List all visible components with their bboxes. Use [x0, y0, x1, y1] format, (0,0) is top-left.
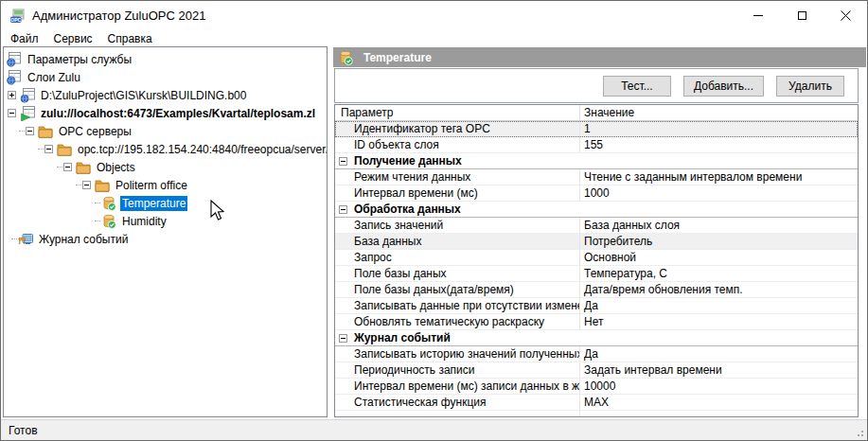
grid-row-opc-tag-id[interactable]: Идентификатор тега OPC 1 — [335, 121, 858, 137]
tree-connector — [19, 131, 25, 132]
grid-row-db-field-datetime[interactable]: Поле базы даных(дата/время) Дата/время о… — [335, 282, 858, 298]
grid-row-write-history[interactable]: Записывать историю значений полученных д… — [335, 346, 858, 362]
param-value[interactable]: 1000 — [580, 185, 858, 201]
param-name: Периодичность записи — [335, 362, 580, 378]
menu-file[interactable]: Файл — [3, 31, 46, 46]
collapse-icon[interactable] — [339, 157, 347, 166]
grid-group-event-journal[interactable]: Журнал событий — [335, 330, 858, 346]
tree-item-humidity[interactable]: Humidity — [4, 212, 327, 230]
param-value[interactable]: Нет — [580, 314, 858, 329]
group-label: Получение данных — [354, 154, 462, 168]
param-value[interactable]: 1 — [580, 121, 858, 136]
delete-button[interactable]: Удалить — [776, 76, 844, 97]
tree-item-label: OPC серверы — [57, 124, 133, 139]
grid-row-time-interval[interactable]: Интервал времени (мс) 1000 — [335, 185, 858, 202]
collapse-icon[interactable] — [339, 334, 347, 343]
minimize-button[interactable] — [736, 1, 780, 30]
tree-item-label: Журнал событий — [37, 232, 130, 247]
tree-item-service-params[interactable]: Параметры службы — [4, 50, 327, 68]
param-value[interactable]: База данных слоя — [580, 218, 858, 233]
tree-connector — [95, 203, 100, 203]
param-name: Режим чтения данных — [335, 169, 580, 185]
tree-item-objects[interactable]: Objects — [4, 158, 327, 176]
expand-icon[interactable] — [8, 91, 16, 99]
param-name: Обновлять тематическую раскраску — [335, 314, 580, 329]
folder-icon — [38, 124, 53, 139]
tree-item-label: Objects — [95, 160, 137, 175]
close-icon — [841, 10, 851, 21]
add-button[interactable]: Добавить... — [683, 76, 764, 97]
button-panel: Тест... Добавить... Удалить — [334, 68, 859, 103]
tree-item-label: Politerm office — [114, 178, 189, 193]
tree-item-politerm-office[interactable]: Politerm office — [4, 176, 327, 194]
grid-row-db-field[interactable]: Поле базы даных Температура, С — [335, 266, 858, 282]
grid-row-layer-object-id[interactable]: ID объекта слоя 155 — [335, 137, 858, 153]
status-text: Готов — [9, 424, 38, 437]
menu-help[interactable]: Справка — [100, 31, 160, 46]
tree-panel[interactable]: Параметры службы Слои Zulu — [3, 46, 328, 417]
grid-header-parameter[interactable]: Параметр — [335, 105, 580, 120]
collapse-icon[interactable] — [8, 109, 16, 117]
param-name: База данных — [335, 234, 580, 249]
layer-play-icon — [20, 106, 35, 121]
grid-row-write-on-no-change[interactable]: Записывать данные при отсутствии изменен… — [335, 298, 858, 314]
detail-panel: Temperature Тест... Добавить... Удалить … — [333, 46, 866, 417]
grid-row-journal-interval[interactable]: Интервал времени (мс) записи данных в жу… — [335, 379, 858, 395]
title-bar[interactable]: OPC Администратор ZuluOPC 2021 — [1, 1, 867, 30]
collapse-icon[interactable] — [82, 181, 91, 189]
collapse-icon[interactable] — [44, 145, 53, 153]
close-button[interactable] — [824, 1, 867, 30]
grid-row-update-thematic[interactable]: Обновлять тематическую раскраску Нет — [335, 314, 858, 330]
mouse-cursor-icon — [210, 200, 226, 222]
param-value[interactable]: Потребитель — [580, 234, 858, 249]
collapse-icon[interactable] — [339, 205, 347, 214]
grid-header-row: Параметр Значение — [335, 105, 858, 121]
opc-tag-icon — [101, 196, 116, 211]
folder-icon — [95, 178, 110, 193]
minimize-icon — [753, 15, 763, 16]
param-value[interactable]: Задать интервал времени — [580, 362, 858, 378]
param-name: Запись значений — [335, 218, 580, 233]
grid-row-query[interactable]: Запрос Основной — [335, 250, 858, 266]
grid-group-data-processing[interactable]: Обработка данных — [335, 202, 858, 218]
param-value[interactable]: 10000 — [580, 379, 858, 394]
tree-item-building-layer[interactable]: D:\ZuluProject\GIS\Kursk\BUILDING.b00 — [4, 86, 327, 104]
param-name: Идентификатор тега OPC — [335, 121, 580, 136]
param-value[interactable]: Дата/время обновления темп. — [580, 282, 858, 297]
property-grid[interactable]: Параметр Значение Идентификатор тега OPC… — [334, 104, 859, 417]
param-name: ID объекта слоя — [335, 137, 580, 152]
test-button[interactable]: Тест... — [603, 76, 671, 97]
tree-item-zulu-layers[interactable]: Слои Zulu — [4, 68, 327, 86]
event-journal-icon — [18, 232, 33, 247]
collapse-icon[interactable] — [26, 127, 34, 135]
window-title: Администратор ZuluOPC 2021 — [32, 9, 205, 23]
tree-item-event-journal[interactable]: Журнал событий — [4, 230, 327, 248]
param-value[interactable]: 155 — [580, 137, 858, 152]
tree-item-opc-servers[interactable]: OPC серверы — [4, 122, 327, 140]
tree-item-teplosam-layer[interactable]: zulu://localhost:6473/Examples/Kvartal/t… — [4, 104, 327, 122]
param-value[interactable]: Основной — [580, 250, 858, 265]
param-value[interactable]: Да — [580, 346, 858, 362]
grid-row-write-values[interactable]: Запись значений База данных слоя — [335, 218, 858, 234]
grid-group-data-acquisition[interactable]: Получение данных — [335, 153, 858, 169]
param-value[interactable]: Температура, С — [580, 266, 858, 281]
param-value[interactable]: Чтение с заданным интервалом времени — [580, 169, 858, 185]
detail-header: Temperature — [333, 47, 866, 67]
collapse-icon[interactable] — [63, 163, 72, 171]
tree-connector — [11, 238, 17, 239]
menu-service[interactable]: Сервис — [46, 31, 100, 46]
grid-row-write-periodicity[interactable]: Периодичность записи Задать интервал вре… — [335, 362, 858, 379]
maximize-button[interactable] — [780, 1, 824, 30]
param-value[interactable]: MAX — [580, 395, 858, 410]
param-value[interactable]: Да — [580, 298, 858, 313]
tree-item-opc-server-url[interactable]: opc.tcp://195.182.154.240:4840/freeopcua… — [4, 140, 327, 158]
tree-item-temperature[interactable]: Temperature — [4, 194, 327, 212]
grid-row-statistic-function[interactable]: Статистическая функция MAX — [335, 395, 858, 411]
grid-row-read-mode[interactable]: Режим чтения данных Чтение с заданным ин… — [335, 169, 858, 185]
resize-grip-icon[interactable] — [855, 428, 864, 437]
grid-header-value[interactable]: Значение — [580, 105, 858, 120]
grid-row-database[interactable]: База данных Потребитель — [335, 234, 858, 250]
tree-item-label: Temperature — [120, 196, 187, 211]
tree-item-label: D:\ZuluProject\GIS\Kursk\BUILDING.b00 — [39, 88, 248, 103]
app-logo-icon: OPC — [9, 9, 25, 24]
